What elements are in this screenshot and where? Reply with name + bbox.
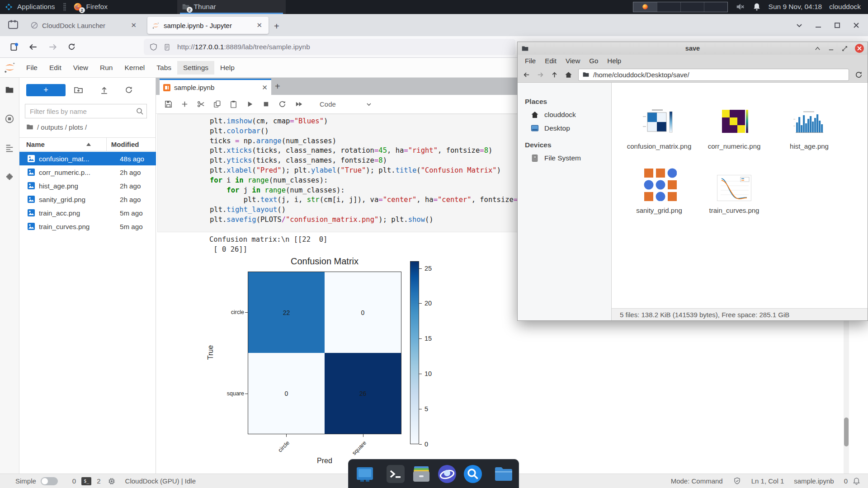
browser-tab-clouddock-launcher[interactable]: CloudDock Launcher ✕ xyxy=(26,17,143,34)
browser-tab-jupyter[interactable]: sample.ipynb - Jupyter ✕ xyxy=(147,17,269,34)
list-tabs-chevron-icon[interactable] xyxy=(796,22,803,29)
cursor-position[interactable]: Ln 1, Col 1 xyxy=(751,477,784,485)
jupyterlab-menu-kernel[interactable]: Kernel xyxy=(118,61,151,75)
running-kernels-tab-icon[interactable] xyxy=(5,114,14,124)
reload-icon[interactable] xyxy=(854,70,863,79)
thunar-file-corr-numeric-png[interactable]: corr_numeric.png xyxy=(697,101,772,165)
jupyterlab-menu-help[interactable]: Help xyxy=(214,61,241,75)
file-row-sanity-grid-png[interactable]: sanity_grid.png2h ago xyxy=(19,192,156,206)
forward-icon[interactable] xyxy=(536,70,545,79)
file-row-confusion-mat-[interactable]: confusion_mat...48s ago xyxy=(19,152,156,165)
workspace-cell-2[interactable] xyxy=(657,2,680,12)
breadcrumb-path[interactable]: / outputs / plots / xyxy=(37,123,87,131)
web-browser-icon[interactable] xyxy=(437,464,458,484)
kernels-count[interactable]: 2 xyxy=(97,477,100,485)
jupyterlab-menu-file[interactable]: File xyxy=(20,61,43,75)
thunar-file-view[interactable]: confusion_matrix.pngcorr_numeric.pnghist… xyxy=(612,83,868,308)
new-launcher-button[interactable]: + xyxy=(26,84,66,96)
close-window-icon[interactable] xyxy=(855,44,864,53)
terminal-icon[interactable]: $_ xyxy=(81,477,91,485)
url-bar[interactable]: http://127.0.0.1:8889/lab/tree/sample.ip… xyxy=(144,39,515,55)
new-tab-button[interactable]: + xyxy=(274,21,279,32)
home-icon[interactable] xyxy=(564,70,573,79)
file-row-hist-age-png[interactable]: hist_age.png2h ago xyxy=(19,179,156,192)
terminals-count[interactable]: 0 xyxy=(72,477,76,485)
search-icon[interactable] xyxy=(462,464,483,484)
back-button[interactable] xyxy=(28,42,38,52)
file-row-train-curves-png[interactable]: train_curves.png5m ago xyxy=(19,220,156,233)
thunar-menu-file[interactable]: File xyxy=(520,55,540,66)
back-icon[interactable] xyxy=(522,70,531,79)
minimize-window-icon[interactable] xyxy=(828,45,835,52)
thunar-menu-edit[interactable]: Edit xyxy=(540,55,561,66)
sort-ascending-icon[interactable] xyxy=(86,143,91,146)
kernel-status-label[interactable]: CloudDock (GPU) | Idle xyxy=(125,477,196,485)
jupyterlab-menu-view[interactable]: View xyxy=(67,61,94,75)
sidebar-place-clouddock[interactable]: clouddock xyxy=(518,108,611,122)
show-desktop-icon[interactable] xyxy=(354,464,375,484)
file-browser-tab-icon[interactable] xyxy=(5,85,14,95)
insert-cell-icon[interactable] xyxy=(180,100,189,108)
simple-mode-toggle[interactable] xyxy=(41,477,58,485)
workspace-cell-1[interactable] xyxy=(633,2,657,12)
interrupt-kernel-icon[interactable] xyxy=(262,100,270,108)
taskbar-item-firefox[interactable]: 2 Firefox xyxy=(69,0,177,14)
window-maximize-button[interactable] xyxy=(834,22,841,29)
audio-muted-icon[interactable] xyxy=(735,2,745,12)
thunar-file-sanity-grid-png[interactable]: sanity_grid.png xyxy=(622,165,697,229)
copy-cells-icon[interactable] xyxy=(213,100,222,108)
thunar-file-hist-age-png[interactable]: hist_age.png xyxy=(772,101,847,165)
workspace-switcher[interactable] xyxy=(633,2,728,12)
tab-close-icon[interactable]: ✕ xyxy=(129,20,138,30)
file-archive-icon[interactable] xyxy=(411,464,432,484)
terminal-icon[interactable] xyxy=(385,464,406,484)
thunar-file-train-curves-png[interactable]: train_curves.png xyxy=(697,165,772,229)
thunar-file-confusion-matrix-png[interactable]: confusion_matrix.png xyxy=(622,101,697,165)
thunar-menu-view[interactable]: View xyxy=(561,55,585,66)
sidebar-device-file-system[interactable]: File System xyxy=(518,151,611,165)
applications-menu-button[interactable]: Applications xyxy=(0,0,60,14)
shade-window-icon[interactable] xyxy=(814,45,821,52)
sidebar-place-desktop[interactable]: Desktop xyxy=(518,122,611,135)
import-page-icon[interactable] xyxy=(9,42,19,52)
refresh-file-list-icon[interactable] xyxy=(124,85,133,94)
trust-shield-icon[interactable] xyxy=(733,477,741,485)
file-manager-icon[interactable] xyxy=(493,464,514,484)
page-info-icon[interactable] xyxy=(163,43,171,51)
window-close-button[interactable] xyxy=(853,22,860,29)
active-file-label[interactable]: sample.ipynb xyxy=(794,477,834,485)
workspace-cell-3[interactable] xyxy=(680,2,704,12)
forward-button[interactable] xyxy=(48,42,58,52)
paste-cells-icon[interactable] xyxy=(229,100,238,108)
workspace-cell-4[interactable] xyxy=(704,2,727,12)
kernel-chip-icon[interactable] xyxy=(107,477,116,486)
cell-type-selector[interactable]: Code xyxy=(320,100,336,108)
scrollbar-thumb[interactable] xyxy=(844,418,849,446)
column-header-modified[interactable]: Modified xyxy=(106,137,139,151)
jupyterlab-menu-settings[interactable]: Settings xyxy=(177,61,214,75)
clock[interactable]: Sun 9 Nov, 04:18 xyxy=(769,3,822,11)
breadcrumb[interactable]: / outputs / plots / xyxy=(26,123,87,131)
maximize-window-icon[interactable] xyxy=(841,45,848,52)
save-notebook-icon[interactable] xyxy=(164,100,173,108)
path-bar[interactable]: /home/clouddock/Desktop/save/ xyxy=(578,69,849,81)
jupyterlab-menu-tabs[interactable]: Tabs xyxy=(151,61,177,75)
run-cell-icon[interactable] xyxy=(245,100,254,108)
firefox-view-icon[interactable] xyxy=(7,19,19,30)
new-folder-icon[interactable] xyxy=(74,85,83,95)
window-minimize-button[interactable] xyxy=(815,22,822,29)
upload-icon[interactable] xyxy=(99,85,109,95)
reload-button[interactable] xyxy=(67,42,76,52)
extensions-tab-icon[interactable] xyxy=(5,172,14,182)
add-notebook-tab-button[interactable]: + xyxy=(275,81,280,92)
tab-close-icon[interactable]: ✕ xyxy=(255,20,264,30)
column-header-name[interactable]: Name xyxy=(26,141,45,148)
thunar-menu-go[interactable]: Go xyxy=(585,55,603,66)
shield-icon[interactable] xyxy=(149,43,158,52)
up-icon[interactable] xyxy=(550,70,559,79)
notebook-tab-close-icon[interactable]: ✕ xyxy=(262,84,268,92)
notification-bell-icon[interactable] xyxy=(752,2,761,11)
jupyterlab-menu-edit[interactable]: Edit xyxy=(43,61,67,75)
restart-kernel-icon[interactable] xyxy=(278,100,287,108)
cut-cells-icon[interactable] xyxy=(197,100,205,108)
